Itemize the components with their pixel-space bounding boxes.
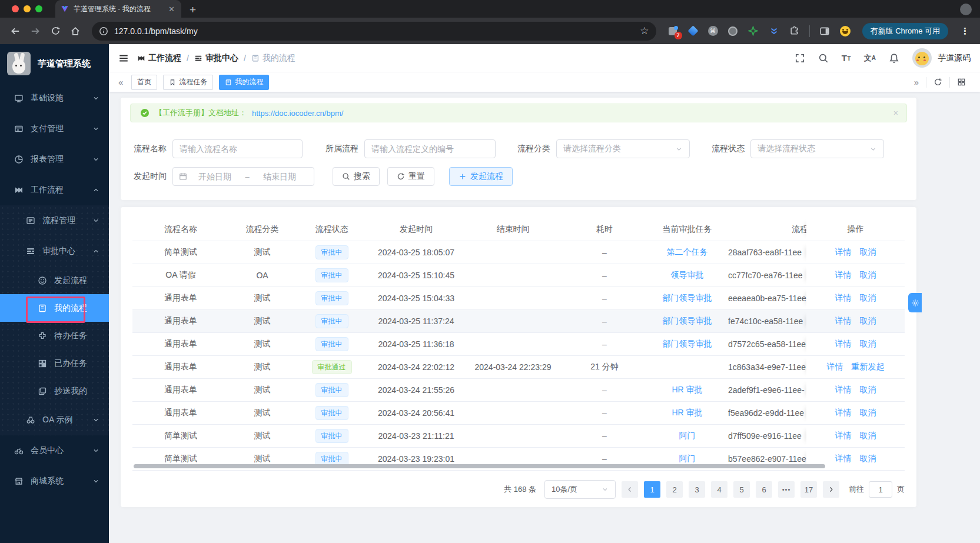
detail-link[interactable]: 详情 bbox=[835, 316, 852, 327]
detail-link[interactable]: 详情 bbox=[835, 247, 852, 258]
page-number-button[interactable]: 3 bbox=[689, 481, 705, 498]
current-task-link[interactable]: 阿门 bbox=[679, 454, 696, 463]
sidebar-item-mall-system[interactable]: 商城系统 bbox=[0, 466, 109, 497]
tags-layout-grid-icon[interactable] bbox=[950, 76, 973, 88]
bell-icon[interactable] bbox=[889, 53, 899, 64]
tag-home[interactable]: 首页 bbox=[131, 75, 157, 90]
prev-page-button[interactable] bbox=[622, 481, 638, 498]
site-info-icon[interactable] bbox=[99, 26, 108, 36]
horizontal-scrollbar[interactable] bbox=[134, 464, 825, 468]
app-logo[interactable]: 芋道管理系统 bbox=[0, 44, 109, 83]
current-task-link[interactable]: 部门领导审批 bbox=[663, 316, 712, 325]
fullscreen-icon[interactable] bbox=[795, 53, 805, 64]
window-close-icon[interactable] bbox=[12, 5, 19, 12]
detail-link[interactable]: 详情 bbox=[835, 270, 852, 281]
page-number-button[interactable]: 5 bbox=[733, 481, 750, 498]
window-minimize-icon[interactable] bbox=[24, 5, 31, 12]
chrome-update-button[interactable]: 有新版 Chrome 可用 bbox=[862, 23, 948, 39]
cancel-link[interactable]: 取消 bbox=[860, 385, 876, 395]
cancel-link[interactable]: 取消 bbox=[860, 270, 876, 281]
extension-badge-icon[interactable]: 7 bbox=[667, 25, 679, 37]
current-task-link[interactable]: HR 审批 bbox=[672, 408, 702, 417]
detail-link[interactable]: 详情 bbox=[827, 362, 843, 372]
cancel-link[interactable]: 取消 bbox=[860, 293, 876, 304]
window-zoom-icon[interactable] bbox=[35, 5, 42, 12]
page-size-select[interactable]: 10条/页 bbox=[544, 480, 616, 499]
sidebar-item-done-tasks[interactable]: 已办任务 bbox=[0, 349, 109, 377]
cancel-link[interactable]: 重新发起 bbox=[852, 362, 885, 372]
search-icon[interactable] bbox=[818, 53, 829, 64]
side-panel-icon[interactable] bbox=[819, 25, 830, 37]
detail-link[interactable]: 详情 bbox=[835, 431, 852, 441]
sidebar-item-payment[interactable]: 支付管理 bbox=[0, 114, 109, 144]
extension-star-icon[interactable] bbox=[748, 25, 759, 37]
sidebar-item-reports[interactable]: 报表管理 bbox=[0, 144, 109, 175]
tag-process-task[interactable]: 流程任务 bbox=[163, 75, 213, 90]
sidebar-item-workflow[interactable]: 工作流程 bbox=[0, 175, 109, 205]
bookmark-star-icon[interactable]: ☆ bbox=[640, 26, 649, 36]
detail-link[interactable]: 详情 bbox=[835, 385, 852, 395]
browser-tab[interactable]: 芋道管理系统 - 我的流程 ✕ bbox=[55, 0, 181, 18]
start-date-input[interactable] bbox=[190, 171, 240, 182]
detail-link[interactable]: 详情 bbox=[835, 339, 852, 349]
sidebar-item-cc-me[interactable]: 抄送我的 bbox=[0, 377, 109, 405]
back-icon[interactable] bbox=[7, 23, 24, 39]
doc-link[interactable]: https://doc.iocoder.cn/bpm/ bbox=[252, 109, 343, 118]
current-task-link[interactable]: 领导审批 bbox=[671, 270, 704, 279]
current-task-link[interactable]: 部门领导审批 bbox=[663, 339, 712, 348]
cancel-link[interactable]: 取消 bbox=[860, 339, 876, 349]
extension-cmd-icon[interactable]: ⌘ bbox=[708, 26, 718, 36]
cancel-link[interactable]: 取消 bbox=[860, 431, 876, 441]
new-tab-icon[interactable]: + bbox=[190, 4, 196, 15]
extensions-puzzle-icon[interactable] bbox=[789, 25, 800, 37]
page-number-button[interactable]: 6 bbox=[756, 481, 772, 498]
create-process-button[interactable]: 发起流程 bbox=[449, 167, 513, 186]
extension-circle-icon[interactable] bbox=[727, 25, 739, 37]
emoji-extension-icon[interactable] bbox=[839, 25, 851, 37]
current-task-link[interactable]: 阿门 bbox=[679, 431, 696, 440]
cancel-link[interactable]: 取消 bbox=[860, 247, 876, 258]
breadcrumb-workflow[interactable]: 工作流程 bbox=[137, 53, 181, 64]
sidebar-item-start-process[interactable]: 发起流程 bbox=[0, 266, 109, 294]
page-number-button[interactable]: 2 bbox=[666, 481, 683, 498]
next-page-button[interactable] bbox=[823, 481, 839, 498]
category-select[interactable]: 请选择流程分类 bbox=[556, 139, 690, 158]
goto-page-input[interactable] bbox=[869, 481, 892, 498]
extension-gem-icon[interactable] bbox=[687, 25, 699, 37]
cancel-link[interactable]: 取消 bbox=[860, 454, 876, 464]
url-bar[interactable]: 127.0.0.1/bpm/task/my ☆ bbox=[92, 22, 656, 41]
detail-link[interactable]: 详情 bbox=[835, 408, 852, 418]
sidebar-item-infrastructure[interactable]: 基础设施 bbox=[0, 83, 109, 114]
status-select[interactable]: 请选择流程状态 bbox=[750, 139, 884, 158]
extension-chevrons-icon[interactable] bbox=[768, 25, 780, 37]
cancel-link[interactable]: 取消 bbox=[860, 408, 876, 418]
settings-drawer-button[interactable] bbox=[908, 293, 922, 312]
detail-link[interactable]: 详情 bbox=[835, 293, 852, 304]
cancel-link[interactable]: 取消 bbox=[860, 316, 876, 327]
sidebar-item-member-center[interactable]: 会员中心 bbox=[0, 435, 109, 466]
browser-profile-icon[interactable] bbox=[960, 4, 972, 15]
reload-icon[interactable] bbox=[47, 23, 64, 39]
browser-menu-icon[interactable]: ⋮ bbox=[961, 26, 969, 36]
tags-scroll-right-icon[interactable]: » bbox=[907, 76, 926, 88]
tag-my-process[interactable]: 我的流程 bbox=[219, 75, 269, 90]
user-avatar[interactable] bbox=[912, 48, 932, 68]
font-size-icon[interactable]: TT bbox=[842, 53, 851, 63]
sidebar-item-oa-demo[interactable]: OA 示例 bbox=[0, 405, 109, 435]
detail-link[interactable]: 详情 bbox=[835, 454, 852, 464]
tags-refresh-icon[interactable] bbox=[926, 76, 949, 88]
process-name-input[interactable] bbox=[172, 139, 303, 158]
last-page-button[interactable]: 17 bbox=[800, 481, 817, 498]
more-pages-button[interactable]: ••• bbox=[778, 481, 795, 498]
end-date-input[interactable] bbox=[254, 171, 305, 182]
username[interactable]: 芋道源码 bbox=[938, 53, 971, 64]
hamburger-icon[interactable] bbox=[118, 53, 129, 64]
sidebar-item-my-process[interactable]: 我的流程 bbox=[0, 294, 109, 322]
current-task-link[interactable]: 部门领导审批 bbox=[663, 293, 712, 302]
page-number-button[interactable]: 1 bbox=[644, 481, 660, 498]
language-icon[interactable]: 文A bbox=[864, 53, 876, 64]
search-button[interactable]: 搜索 bbox=[333, 167, 380, 186]
tab-close-icon[interactable]: ✕ bbox=[167, 4, 176, 14]
home-icon[interactable] bbox=[67, 23, 84, 39]
breadcrumb-approval-center[interactable]: 审批中心 bbox=[194, 53, 238, 64]
